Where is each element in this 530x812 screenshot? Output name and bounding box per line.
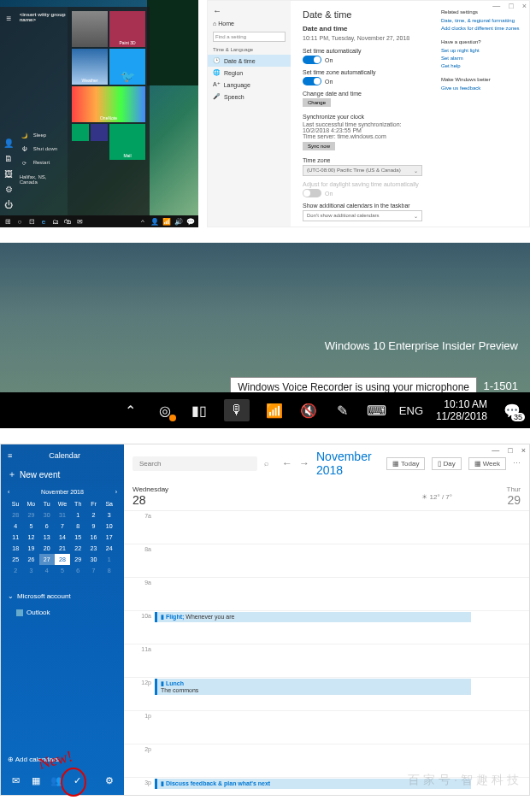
mini-day[interactable]: 7 — [55, 521, 70, 532]
edge-icon[interactable]: e — [38, 216, 49, 227]
mini-day[interactable]: 4 — [8, 521, 23, 532]
mini-day[interactable]: 27 — [39, 554, 55, 565]
action-center-icon[interactable]: 💬35 — [503, 401, 521, 420]
sidebar-item-speech[interactable]: 🎤Speech — [213, 91, 286, 103]
mini-day[interactable]: 14 — [55, 532, 70, 543]
sidebar-item-language[interactable]: A⁺Language — [213, 79, 286, 91]
task-view-icon[interactable]: ⊡ — [26, 216, 37, 227]
mini-day[interactable]: 1 — [70, 509, 85, 521]
tile-onenote[interactable]: OneNote — [72, 86, 145, 122]
mini-day[interactable]: 17 — [102, 532, 117, 543]
maximize-icon[interactable]: □ — [509, 2, 513, 10]
minimize-icon[interactable]: — — [492, 446, 499, 455]
mail-tb-icon[interactable]: ✉ — [74, 216, 85, 227]
tile-mail[interactable] — [72, 124, 89, 141]
auto-time-toggle[interactable] — [303, 56, 321, 64]
mini-day[interactable]: 2 — [8, 565, 23, 576]
help-link[interactable]: Get help — [441, 63, 522, 68]
mini-day[interactable]: 26 — [23, 554, 38, 565]
mini-day[interactable]: 11 — [8, 532, 23, 543]
tile-cat-photo[interactable] — [72, 11, 108, 47]
documents-icon[interactable]: 🗎 — [2, 150, 16, 166]
hour-slot[interactable] — [155, 644, 488, 677]
hour-slot[interactable] — [155, 578, 488, 610]
mini-day[interactable]: 16 — [85, 532, 101, 543]
mini-day[interactable]: 24 — [102, 543, 117, 554]
prev-month-icon[interactable]: ‹ — [8, 489, 9, 495]
close-icon[interactable]: × — [522, 2, 527, 10]
mini-day[interactable]: 5 — [55, 565, 70, 576]
mini-day[interactable]: 7 — [85, 565, 101, 576]
location-icon[interactable]: ◎ — [156, 401, 174, 420]
sleep-item[interactable]: 🌙Sleep — [20, 128, 66, 142]
header-month[interactable]: November 2018 — [316, 450, 373, 477]
new-event-button[interactable]: ＋New event — [8, 468, 117, 480]
mini-day[interactable]: 2 — [85, 509, 101, 521]
mini-day[interactable]: 6 — [70, 565, 85, 576]
mini-day[interactable]: 12 — [23, 532, 38, 543]
hour-slot[interactable] — [155, 511, 488, 544]
mini-day[interactable]: 5 — [23, 521, 38, 532]
mini-day[interactable]: 8 — [102, 565, 117, 576]
mini-day[interactable]: 25 — [8, 554, 23, 565]
rail-expand-icon[interactable]: ≡ — [2, 10, 16, 26]
mini-day[interactable]: 28 — [8, 509, 23, 521]
back-icon[interactable]: ← — [213, 6, 286, 15]
tray-people-icon[interactable]: 👤 — [150, 216, 160, 227]
help-link[interactable]: Set alarm — [441, 56, 522, 61]
help-link[interactable]: Set up night light — [441, 48, 522, 53]
calendar-grid[interactable]: 7a8a9a10a▮ Flight; Whenever you are11a12… — [124, 511, 529, 795]
search-icon[interactable]: ○ — [15, 216, 25, 227]
maximize-icon[interactable]: □ — [508, 446, 512, 455]
calendar-icon[interactable]: ▦ — [28, 773, 44, 788]
hour-slot[interactable] — [155, 544, 488, 577]
explorer-icon[interactable]: 🗂 — [50, 216, 61, 227]
tile-twitter[interactable]: 🐦 — [109, 49, 145, 85]
mini-day[interactable]: 31 — [55, 509, 70, 521]
minimize-icon[interactable]: — — [492, 2, 500, 10]
mini-day[interactable]: 3 — [23, 565, 38, 576]
next-month-icon[interactable]: › — [115, 489, 117, 495]
related-link[interactable]: Date, time, & regional formatting — [441, 18, 522, 23]
mini-day[interactable]: 15 — [70, 532, 85, 543]
user-icon[interactable]: 👤 — [2, 135, 16, 150]
hour-slot[interactable] — [155, 711, 488, 744]
start-button[interactable]: ⊞ — [3, 216, 13, 227]
prev-icon[interactable]: ← — [282, 457, 292, 469]
mini-day[interactable]: 1 — [102, 554, 117, 565]
mini-day[interactable]: 13 — [39, 532, 55, 543]
battery-icon[interactable]: ▮▯ — [190, 401, 209, 420]
microphone-icon[interactable]: 🎙 — [224, 399, 250, 421]
tile-small-1[interactable] — [91, 124, 108, 141]
settings-icon[interactable]: ⚙ — [2, 181, 16, 197]
tile-weather[interactable]: Weather — [72, 49, 108, 85]
hamburger-icon[interactable]: ≡ — [8, 451, 12, 460]
tray-volume-icon[interactable]: 🔊 — [174, 216, 184, 227]
today-button[interactable]: ▦ Today — [386, 457, 425, 470]
calendar-event[interactable]: ▮ Flight; Whenever you are — [155, 612, 471, 622]
mini-day[interactable]: 30 — [39, 509, 55, 521]
tile-paint3d[interactable]: Paint 3D — [109, 11, 145, 47]
mini-day[interactable]: 22 — [70, 543, 85, 554]
hour-slot[interactable]: ▮ LunchThe commons — [155, 678, 488, 710]
tray-notif-icon[interactable]: 💬 — [186, 216, 196, 227]
search-input[interactable] — [132, 456, 257, 471]
tray-clock[interactable]: 10:10 AM 11/28/2018 — [436, 398, 487, 423]
restart-item[interactable]: ⟳Restart — [20, 156, 66, 169]
account-item[interactable]: ⌄Microsoft account — [8, 588, 117, 604]
mini-day[interactable]: 23 — [85, 543, 101, 554]
mini-day[interactable]: 20 — [39, 543, 55, 554]
search-icon[interactable]: ⌕ — [264, 459, 268, 468]
home-item[interactable]: ⌂ Home — [213, 21, 286, 26]
auto-tz-toggle[interactable] — [303, 77, 321, 85]
mini-day[interactable]: 4 — [39, 565, 55, 576]
more-icon[interactable]: ⋯ — [513, 459, 521, 468]
settings-icon[interactable]: ⚙ — [102, 773, 117, 788]
keyboard-icon[interactable]: ⌨ — [368, 401, 386, 420]
tray-overflow-icon[interactable]: ⌃ — [121, 401, 140, 420]
settings-search[interactable]: Find a setting — [213, 32, 286, 42]
calendar-event[interactable]: ▮ LunchThe commons — [155, 679, 471, 695]
feedback-link[interactable]: Give us feedback — [441, 85, 522, 91]
change-button[interactable]: Change — [303, 98, 331, 107]
store-icon[interactable]: 🛍 — [62, 216, 73, 227]
